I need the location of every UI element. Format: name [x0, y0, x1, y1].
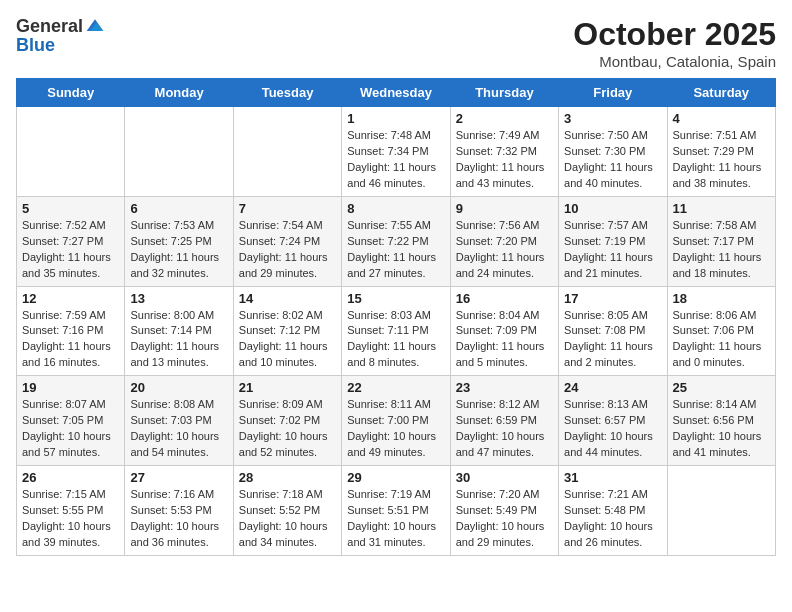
- calendar-cell: 1Sunrise: 7:48 AM Sunset: 7:34 PM Daylig…: [342, 107, 450, 197]
- calendar-cell: 22Sunrise: 8:11 AM Sunset: 7:00 PM Dayli…: [342, 376, 450, 466]
- logo-text-general: General: [16, 17, 83, 35]
- weekday-header-thursday: Thursday: [450, 79, 558, 107]
- day-info: Sunrise: 7:59 AM Sunset: 7:16 PM Dayligh…: [22, 308, 119, 372]
- day-number: 26: [22, 470, 119, 485]
- day-number: 29: [347, 470, 444, 485]
- day-info: Sunrise: 7:58 AM Sunset: 7:17 PM Dayligh…: [673, 218, 770, 282]
- calendar-cell: 6Sunrise: 7:53 AM Sunset: 7:25 PM Daylig…: [125, 196, 233, 286]
- calendar-cell: 18Sunrise: 8:06 AM Sunset: 7:06 PM Dayli…: [667, 286, 775, 376]
- calendar-cell: 15Sunrise: 8:03 AM Sunset: 7:11 PM Dayli…: [342, 286, 450, 376]
- day-info: Sunrise: 8:04 AM Sunset: 7:09 PM Dayligh…: [456, 308, 553, 372]
- day-info: Sunrise: 7:21 AM Sunset: 5:48 PM Dayligh…: [564, 487, 661, 551]
- calendar-cell: 20Sunrise: 8:08 AM Sunset: 7:03 PM Dayli…: [125, 376, 233, 466]
- day-info: Sunrise: 8:07 AM Sunset: 7:05 PM Dayligh…: [22, 397, 119, 461]
- calendar-cell: 7Sunrise: 7:54 AM Sunset: 7:24 PM Daylig…: [233, 196, 341, 286]
- calendar-cell: 13Sunrise: 8:00 AM Sunset: 7:14 PM Dayli…: [125, 286, 233, 376]
- day-info: Sunrise: 7:19 AM Sunset: 5:51 PM Dayligh…: [347, 487, 444, 551]
- day-number: 13: [130, 291, 227, 306]
- day-number: 7: [239, 201, 336, 216]
- day-info: Sunrise: 7:15 AM Sunset: 5:55 PM Dayligh…: [22, 487, 119, 551]
- day-info: Sunrise: 8:06 AM Sunset: 7:06 PM Dayligh…: [673, 308, 770, 372]
- calendar-cell: 17Sunrise: 8:05 AM Sunset: 7:08 PM Dayli…: [559, 286, 667, 376]
- day-number: 31: [564, 470, 661, 485]
- day-number: 11: [673, 201, 770, 216]
- calendar-cell: [17, 107, 125, 197]
- day-number: 16: [456, 291, 553, 306]
- day-info: Sunrise: 7:55 AM Sunset: 7:22 PM Dayligh…: [347, 218, 444, 282]
- day-info: Sunrise: 8:13 AM Sunset: 6:57 PM Dayligh…: [564, 397, 661, 461]
- location-subtitle: Montbau, Catalonia, Spain: [573, 53, 776, 70]
- calendar-cell: 24Sunrise: 8:13 AM Sunset: 6:57 PM Dayli…: [559, 376, 667, 466]
- day-info: Sunrise: 7:51 AM Sunset: 7:29 PM Dayligh…: [673, 128, 770, 192]
- logo: General Blue: [16, 16, 105, 55]
- calendar-cell: [233, 107, 341, 197]
- weekday-header-friday: Friday: [559, 79, 667, 107]
- day-info: Sunrise: 8:08 AM Sunset: 7:03 PM Dayligh…: [130, 397, 227, 461]
- day-number: 6: [130, 201, 227, 216]
- calendar-cell: 3Sunrise: 7:50 AM Sunset: 7:30 PM Daylig…: [559, 107, 667, 197]
- day-number: 9: [456, 201, 553, 216]
- day-info: Sunrise: 7:48 AM Sunset: 7:34 PM Dayligh…: [347, 128, 444, 192]
- day-number: 25: [673, 380, 770, 395]
- calendar-cell: 19Sunrise: 8:07 AM Sunset: 7:05 PM Dayli…: [17, 376, 125, 466]
- calendar-cell: 25Sunrise: 8:14 AM Sunset: 6:56 PM Dayli…: [667, 376, 775, 466]
- day-number: 19: [22, 380, 119, 395]
- day-number: 5: [22, 201, 119, 216]
- calendar-week-row: 26Sunrise: 7:15 AM Sunset: 5:55 PM Dayli…: [17, 466, 776, 556]
- calendar-week-row: 5Sunrise: 7:52 AM Sunset: 7:27 PM Daylig…: [17, 196, 776, 286]
- calendar-cell: 11Sunrise: 7:58 AM Sunset: 7:17 PM Dayli…: [667, 196, 775, 286]
- calendar-week-row: 19Sunrise: 8:07 AM Sunset: 7:05 PM Dayli…: [17, 376, 776, 466]
- day-number: 17: [564, 291, 661, 306]
- calendar-cell: 31Sunrise: 7:21 AM Sunset: 5:48 PM Dayli…: [559, 466, 667, 556]
- calendar-cell: 16Sunrise: 8:04 AM Sunset: 7:09 PM Dayli…: [450, 286, 558, 376]
- calendar-cell: 23Sunrise: 8:12 AM Sunset: 6:59 PM Dayli…: [450, 376, 558, 466]
- calendar-cell: 28Sunrise: 7:18 AM Sunset: 5:52 PM Dayli…: [233, 466, 341, 556]
- weekday-header-tuesday: Tuesday: [233, 79, 341, 107]
- day-number: 23: [456, 380, 553, 395]
- calendar-cell: 2Sunrise: 7:49 AM Sunset: 7:32 PM Daylig…: [450, 107, 558, 197]
- calendar-header-row: SundayMondayTuesdayWednesdayThursdayFrid…: [17, 79, 776, 107]
- calendar-cell: 5Sunrise: 7:52 AM Sunset: 7:27 PM Daylig…: [17, 196, 125, 286]
- calendar-table: SundayMondayTuesdayWednesdayThursdayFrid…: [16, 78, 776, 556]
- day-info: Sunrise: 7:16 AM Sunset: 5:53 PM Dayligh…: [130, 487, 227, 551]
- day-number: 21: [239, 380, 336, 395]
- logo-text-blue: Blue: [16, 35, 55, 55]
- weekday-header-monday: Monday: [125, 79, 233, 107]
- calendar-cell: 14Sunrise: 8:02 AM Sunset: 7:12 PM Dayli…: [233, 286, 341, 376]
- calendar-cell: 9Sunrise: 7:56 AM Sunset: 7:20 PM Daylig…: [450, 196, 558, 286]
- page-header: General Blue October 2025 Montbau, Catal…: [16, 16, 776, 70]
- day-info: Sunrise: 7:52 AM Sunset: 7:27 PM Dayligh…: [22, 218, 119, 282]
- day-number: 3: [564, 111, 661, 126]
- day-info: Sunrise: 8:00 AM Sunset: 7:14 PM Dayligh…: [130, 308, 227, 372]
- calendar-cell: 30Sunrise: 7:20 AM Sunset: 5:49 PM Dayli…: [450, 466, 558, 556]
- calendar-week-row: 12Sunrise: 7:59 AM Sunset: 7:16 PM Dayli…: [17, 286, 776, 376]
- day-number: 18: [673, 291, 770, 306]
- calendar-cell: 4Sunrise: 7:51 AM Sunset: 7:29 PM Daylig…: [667, 107, 775, 197]
- day-number: 27: [130, 470, 227, 485]
- calendar-cell: 26Sunrise: 7:15 AM Sunset: 5:55 PM Dayli…: [17, 466, 125, 556]
- day-number: 2: [456, 111, 553, 126]
- day-info: Sunrise: 7:57 AM Sunset: 7:19 PM Dayligh…: [564, 218, 661, 282]
- day-info: Sunrise: 7:56 AM Sunset: 7:20 PM Dayligh…: [456, 218, 553, 282]
- logo-icon: [85, 16, 105, 36]
- day-info: Sunrise: 8:05 AM Sunset: 7:08 PM Dayligh…: [564, 308, 661, 372]
- day-info: Sunrise: 7:18 AM Sunset: 5:52 PM Dayligh…: [239, 487, 336, 551]
- calendar-week-row: 1Sunrise: 7:48 AM Sunset: 7:34 PM Daylig…: [17, 107, 776, 197]
- calendar-cell: 8Sunrise: 7:55 AM Sunset: 7:22 PM Daylig…: [342, 196, 450, 286]
- title-block: October 2025 Montbau, Catalonia, Spain: [573, 16, 776, 70]
- calendar-cell: [125, 107, 233, 197]
- calendar-cell: 27Sunrise: 7:16 AM Sunset: 5:53 PM Dayli…: [125, 466, 233, 556]
- day-info: Sunrise: 7:53 AM Sunset: 7:25 PM Dayligh…: [130, 218, 227, 282]
- day-info: Sunrise: 7:50 AM Sunset: 7:30 PM Dayligh…: [564, 128, 661, 192]
- day-info: Sunrise: 7:54 AM Sunset: 7:24 PM Dayligh…: [239, 218, 336, 282]
- weekday-header-saturday: Saturday: [667, 79, 775, 107]
- day-number: 30: [456, 470, 553, 485]
- day-number: 4: [673, 111, 770, 126]
- day-number: 10: [564, 201, 661, 216]
- day-number: 22: [347, 380, 444, 395]
- calendar-cell: [667, 466, 775, 556]
- calendar-cell: 29Sunrise: 7:19 AM Sunset: 5:51 PM Dayli…: [342, 466, 450, 556]
- day-number: 1: [347, 111, 444, 126]
- day-number: 15: [347, 291, 444, 306]
- day-number: 20: [130, 380, 227, 395]
